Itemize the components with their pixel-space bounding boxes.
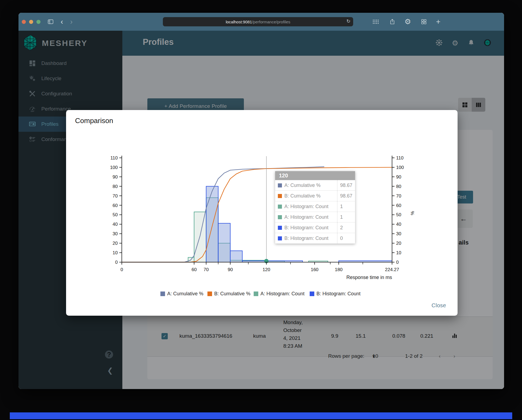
svg-text:90: 90 [228,267,233,272]
svg-text:50: 50 [113,212,118,217]
histogram-bar [218,223,230,262]
tooltip-row: B: Histogram: Count0 [275,233,355,244]
svg-text:20: 20 [113,241,118,246]
bottom-blue-strip [10,412,512,419]
svg-text:80: 80 [396,184,401,189]
histogram-bar [230,251,242,262]
traffic-light-minimize-button[interactable] [29,20,33,24]
tooltip-series-value: 0 [337,233,355,243]
svg-text:70: 70 [396,193,401,199]
browser-window: ‹ › ☁ localhost:9081/performance/profile… [18,13,504,389]
tooltip-series-label: B: Histogram: Count [284,236,337,241]
svg-text:100: 100 [396,165,404,170]
legend-label: A: Cumulative % [167,291,203,296]
series-swatch [278,205,282,209]
modal-title: Comparison [75,117,113,125]
tooltip-series-label: B: Histogram: Count [284,225,337,231]
svg-text:20: 20 [396,241,401,246]
tooltip-row: B: Cumulative %98.67 [275,191,355,201]
close-button[interactable]: Close [431,302,446,309]
svg-text:0: 0 [396,260,399,265]
series-swatch [278,215,282,219]
legend-label: B: Histogram: Count [316,291,361,296]
histogram-bar [206,186,218,262]
legend-swatch [310,292,314,296]
svg-text:10: 10 [113,250,118,255]
svg-text:70: 70 [113,193,118,199]
legend-label: A: Histogram: Count [260,291,304,296]
svg-text:100: 100 [110,165,118,170]
tooltip-series-value: 1 [337,201,355,212]
new-tab-icon[interactable]: + [436,17,440,26]
traffic-light-zoom-button[interactable] [36,20,41,24]
back-button[interactable]: ‹ [61,18,63,26]
reload-icon[interactable]: ↻ [346,18,350,24]
chart-tooltip: 120 A: Cumulative %98.67B: Cumulative %9… [275,171,355,244]
svg-text:60: 60 [396,203,401,208]
tooltip-series-label: A: Cumulative % [284,183,337,188]
svg-text:30: 30 [113,231,118,236]
svg-text:10: 10 [396,250,401,255]
svg-text:30: 30 [396,231,401,236]
url-host: localhost:9081 [226,20,252,24]
sidebar-toggle-icon[interactable] [48,19,54,24]
legend-swatch [254,292,258,296]
right-y-axis-label: % [410,211,415,215]
series-swatch [278,226,282,230]
browser-chrome: ‹ › ☁ localhost:9081/performance/profile… [18,13,504,31]
legend-swatch [160,292,165,296]
svg-text:120: 120 [263,267,270,272]
svg-text:60: 60 [113,203,118,208]
svg-text:50: 50 [396,212,401,217]
tooltip-series-label: A: Histogram: Count [284,204,337,209]
svg-text:70: 70 [204,267,209,272]
svg-text:80: 80 [113,184,118,189]
svg-text:90: 90 [113,174,118,180]
tooltip-series-value: 2 [337,222,355,233]
svg-text:90: 90 [396,174,401,180]
tab-overview-icon[interactable] [421,19,427,25]
svg-text:0: 0 [120,267,123,272]
tooltip-row: B: Histogram: Count2 [275,222,355,233]
svg-text:110: 110 [110,155,118,161]
legend-swatch [207,292,212,296]
svg-text:40: 40 [113,222,118,227]
tooltip-series-label: A: Histogram: Count [284,214,337,220]
svg-text:40: 40 [396,222,401,227]
traffic-light-close-button[interactable] [22,20,26,24]
comparison-modal: Comparison 00101020203030404050506060707… [66,110,458,316]
settings-gear-icon[interactable]: ⚙ [405,18,411,26]
x-axis-label: Response time in ms [346,275,392,280]
extensions-grid-icon[interactable] [372,19,379,24]
tooltip-series-value: 98.67 [337,180,355,190]
tooltip-row: A: Histogram: Count1 [275,201,355,212]
tooltip-title: 120 [275,171,355,180]
svg-text:180: 180 [335,267,343,272]
share-icon[interactable] [389,19,395,25]
tooltip-series-value: 98.67 [337,191,355,201]
series-swatch [278,236,282,240]
tooltip-series-label: B: Cumulative % [284,193,337,199]
comparison-chart[interactable]: 0010102020303040405050606070708080909010… [93,148,436,306]
svg-text:160: 160 [311,267,318,272]
url-path: /performance/profiles [252,20,290,24]
svg-text:110: 110 [396,155,403,161]
url-bar[interactable]: localhost:9081/performance/profiles ↻ [163,17,353,26]
histogram-bar [194,212,206,262]
series-swatch [278,194,282,198]
svg-text:0: 0 [115,260,118,265]
tooltip-series-value: 1 [337,212,355,222]
svg-text:224.27: 224.27 [385,267,399,272]
svg-text:60: 60 [191,267,197,272]
tooltip-row: A: Histogram: Count1 [275,212,355,222]
legend-label: B: Cumulative % [214,291,250,296]
series-swatch [278,183,282,187]
tooltip-row: A: Cumulative %98.67 [275,180,355,191]
forward-button[interactable]: › [70,18,73,26]
